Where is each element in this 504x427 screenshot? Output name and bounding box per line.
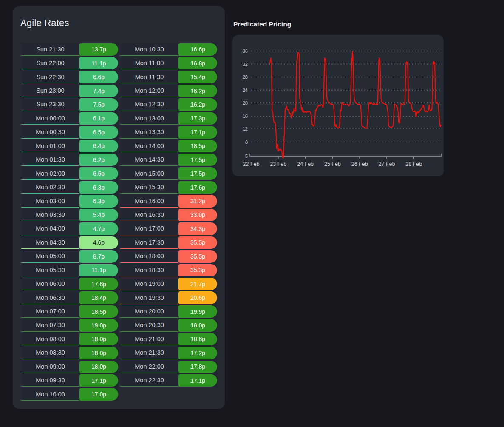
rate-column-left: Sun 21:3013.7pSun 22:0011.1pSun 22:306.6…	[21, 43, 118, 401]
y-tick-label: 20	[243, 100, 248, 105]
rate-time-label: Mon 04:00	[21, 222, 79, 235]
rate-row: Mon 19:3020.6p	[120, 291, 217, 305]
dashboard: Agile Rates Sun 21:3013.7pSun 22:0011.1p…	[0, 0, 504, 427]
rate-price-badge: 7.4p	[79, 85, 118, 97]
rate-price-badge: 16.2p	[178, 85, 217, 97]
rate-time-label: Mon 06:00	[21, 278, 79, 290]
x-tick-label: 28 Feb	[405, 161, 422, 167]
rate-price-badge: 18.5p	[79, 305, 118, 318]
rate-row: Mon 18:0035.5p	[120, 250, 217, 263]
rate-time-label: Mon 10:30	[120, 43, 178, 56]
x-tick-label: 24 Feb	[297, 161, 314, 167]
rate-row: Mon 16:3033.0p	[120, 208, 217, 222]
rate-price-badge: 21.7p	[178, 278, 217, 290]
rate-price-badge: 18.0p	[178, 319, 217, 331]
rate-price-badge: 17.3p	[178, 112, 217, 125]
rate-time-label: Mon 12:30	[120, 98, 178, 111]
rate-price-badge: 6.6p	[79, 71, 118, 83]
rate-time-label: Mon 11:30	[120, 71, 178, 83]
rate-time-label: Mon 16:00	[120, 195, 178, 207]
rate-time-label: Sun 23:00	[21, 85, 79, 97]
rate-time-label: Mon 01:00	[21, 140, 79, 152]
rate-row: Mon 02:006.5p	[21, 167, 118, 180]
rate-row: Sun 23:007.4p	[21, 84, 118, 97]
rate-row: Mon 17:3035.5p	[120, 236, 217, 249]
y-tick-label: 16	[243, 114, 248, 119]
rate-price-badge: 35.3p	[178, 264, 217, 276]
rate-row: Mon 16:0031.2p	[120, 194, 217, 208]
rate-time-label: Sun 23:30	[21, 98, 79, 111]
rate-row: Mon 17:0034.3p	[120, 222, 217, 236]
rate-time-label: Mon 20:00	[120, 305, 178, 318]
rate-time-label: Mon 04:30	[21, 236, 79, 249]
rate-time-label: Mon 12:00	[120, 85, 178, 97]
rate-time-label: Mon 06:30	[21, 291, 79, 304]
rate-time-label: Mon 17:30	[120, 236, 178, 249]
rate-row: Mon 04:304.6p	[21, 236, 118, 249]
rate-price-badge: 17.1p	[178, 126, 217, 138]
pricing-chart: 363228242016128522 Feb23 Feb24 Feb25 Feb…	[232, 35, 444, 176]
rate-row: Sun 22:306.6p	[21, 70, 118, 84]
y-tick-label: 28	[243, 74, 248, 80]
x-tick-label: 26 Feb	[351, 161, 368, 167]
y-tick-label: 12	[243, 126, 248, 131]
rate-table: Sun 21:3013.7pSun 22:0011.1pSun 22:306.6…	[21, 43, 217, 401]
rate-price-badge: 17.1p	[79, 374, 118, 387]
rate-time-label: Mon 07:30	[21, 319, 79, 331]
rate-time-label: Mon 02:30	[21, 181, 79, 194]
rate-row: Mon 12:3016.2p	[120, 98, 217, 111]
rate-row: Mon 20:0019.9p	[120, 305, 217, 318]
rate-row: Mon 22:3017.1p	[120, 374, 217, 387]
rate-row: Mon 01:006.4p	[21, 139, 118, 153]
rate-time-label: Mon 03:00	[21, 195, 79, 207]
x-tick-label: 23 Feb	[270, 161, 286, 167]
rate-row: Mon 11:0016.8p	[120, 56, 217, 70]
rate-time-label: Mon 02:00	[21, 167, 79, 179]
rate-price-badge: 15.4p	[178, 71, 217, 83]
rate-time-label: Mon 18:30	[120, 264, 178, 276]
rate-row: Mon 03:006.3p	[21, 194, 118, 208]
rate-row: Mon 21:0018.6p	[120, 332, 217, 346]
rate-time-label: Mon 17:00	[120, 222, 178, 235]
rate-time-label: Mon 19:00	[120, 278, 178, 290]
rate-price-badge: 17.8p	[178, 361, 217, 373]
rate-price-badge: 18.0p	[79, 333, 118, 345]
rate-time-label: Mon 07:00	[21, 305, 79, 318]
y-tick-label: 5	[245, 154, 248, 159]
rate-row: Mon 02:306.3p	[21, 180, 118, 194]
rate-price-badge: 18.0p	[79, 361, 118, 373]
rate-time-label: Mon 22:30	[120, 374, 178, 387]
rate-row: Mon 14:3017.5p	[120, 153, 217, 167]
rate-price-badge: 6.3p	[79, 195, 118, 207]
rate-price-badge: 13.7p	[79, 43, 118, 56]
rate-price-badge: 6.5p	[79, 126, 118, 138]
rate-price-badge: 6.4p	[79, 140, 118, 152]
rate-price-badge: 11.1p	[79, 57, 118, 69]
rate-time-label: Mon 21:30	[120, 347, 178, 359]
rate-time-label: Mon 18:00	[120, 250, 178, 262]
rate-price-badge: 34.3p	[178, 222, 217, 235]
x-tick-label: 22 Feb	[243, 161, 260, 167]
rate-row: Mon 08:3018.0p	[21, 346, 118, 360]
rate-row: Mon 11:3015.4p	[120, 70, 217, 84]
rate-time-label: Mon 09:30	[21, 374, 79, 387]
rate-time-label: Mon 08:00	[21, 333, 79, 345]
rate-price-badge: 19.9p	[178, 305, 217, 318]
rate-price-badge: 17.0p	[79, 388, 118, 400]
rate-price-badge: 4.7p	[79, 222, 118, 235]
rate-price-badge: 19.0p	[79, 319, 118, 331]
rate-time-label: Sun 21:30	[21, 43, 79, 56]
rate-row: Mon 10:0017.0p	[21, 387, 118, 401]
rate-time-label: Mon 14:30	[120, 154, 178, 166]
agile-rates-title: Agile Rates	[20, 17, 69, 28]
rate-row: Mon 15:3017.6p	[120, 180, 217, 194]
rate-price-badge: 35.5p	[178, 236, 217, 249]
rate-row: Mon 18:3035.3p	[120, 263, 217, 277]
rate-price-badge: 18.6p	[178, 333, 217, 345]
rate-row: Mon 00:006.1p	[21, 111, 118, 125]
rate-price-badge: 6.2p	[79, 154, 118, 166]
rate-price-badge: 17.5p	[178, 154, 217, 166]
rate-row: Mon 10:3016.6p	[120, 43, 217, 56]
y-tick-label: 36	[243, 48, 248, 54]
x-axis	[250, 154, 441, 156]
